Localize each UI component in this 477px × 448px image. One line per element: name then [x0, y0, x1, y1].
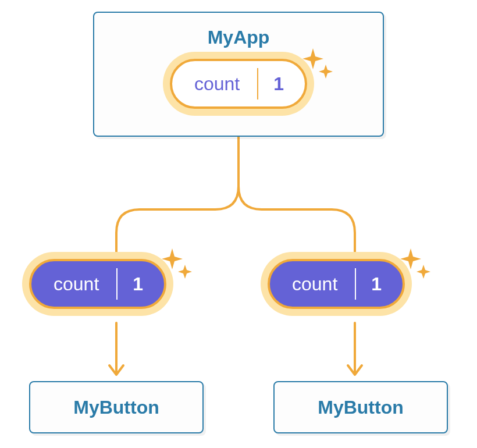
- prop-pill-right: count 1: [268, 259, 405, 309]
- state-value: 1: [258, 61, 305, 106]
- child-title: MyButton: [318, 397, 404, 418]
- prop-label: count: [270, 261, 355, 307]
- prop-pill-dark: count 1: [29, 259, 166, 309]
- child-component-box-right: MyButton: [273, 381, 448, 433]
- prop-pill-dark: count 1: [268, 259, 405, 309]
- prop-pill-left: count 1: [29, 259, 166, 309]
- diagram-canvas: MyApp count 1 count 1: [0, 0, 477, 448]
- parent-title: MyApp: [208, 27, 270, 48]
- state-pill-light: count 1: [170, 59, 307, 109]
- sparkle-icon: [161, 247, 193, 282]
- child-component-box-left: MyButton: [29, 381, 204, 433]
- prop-label: count: [31, 261, 116, 307]
- child-title: MyButton: [73, 397, 159, 418]
- parent-component-box: MyApp count 1: [93, 12, 384, 137]
- state-label: count: [172, 61, 257, 106]
- parent-state-pill: count 1: [170, 59, 307, 109]
- prop-value: 1: [118, 261, 164, 307]
- sparkle-icon: [399, 247, 432, 282]
- sparkle-icon: [301, 47, 334, 82]
- prop-value: 1: [356, 261, 403, 307]
